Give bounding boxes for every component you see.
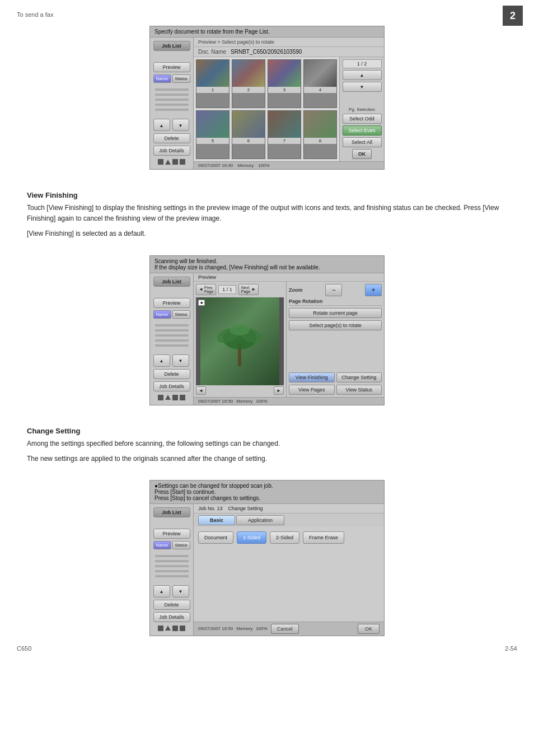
- panel2-job-details-btn[interactable]: Job Details: [153, 381, 190, 391]
- tab-application[interactable]: Application: [236, 515, 284, 525]
- panel2-top-msg1: Scanning will be finished.: [154, 258, 380, 264]
- panel3-job-details-btn[interactable]: Job Details: [153, 612, 190, 622]
- zoom-plus-btn[interactable]: [365, 284, 382, 296]
- panel2-job-list-btn[interactable]: Job List: [153, 277, 190, 287]
- panel3-cancel-btn[interactable]: Cancel: [271, 624, 299, 634]
- 1sided-btn[interactable]: 1-Sided: [237, 531, 266, 544]
- nav-down-btn[interactable]: [343, 82, 382, 92]
- page-num-7: 7: [268, 138, 301, 144]
- bottom-prev-btn[interactable]: [196, 386, 206, 395]
- page-thumb-7[interactable]: 7: [268, 110, 301, 159]
- zoom-row: Zoom: [289, 284, 382, 296]
- sidebar-down-arrow[interactable]: [172, 119, 189, 131]
- panel3-ok-btn[interactable]: OK: [358, 624, 380, 634]
- panel1-top-message: Specify document to rotate from the Page…: [150, 26, 384, 38]
- panel2-name-tab[interactable]: Name: [153, 310, 171, 319]
- panel2-top-msg2: If the display size is changed, [View Fi…: [154, 264, 380, 270]
- select-pages-to-rotate-btn[interactable]: Select page(s) to rotate: [289, 320, 382, 330]
- change-setting-btn[interactable]: Change Setting: [336, 372, 382, 382]
- preview-bottom-nav: [196, 386, 284, 395]
- zoom-label: Zoom: [289, 287, 303, 293]
- up-icon: [160, 122, 164, 128]
- sidebar-name-status-row: Name Status: [153, 74, 190, 83]
- p2-status-4: [180, 395, 185, 400]
- sidebar-lines: [155, 88, 189, 111]
- panel2-sidebar-down-arrow[interactable]: [172, 354, 189, 367]
- nav-up-btn[interactable]: [343, 70, 382, 80]
- thumb-img-1: [196, 60, 229, 87]
- panel3-top-line1: ●Settings can be changed for stopped sca…: [154, 483, 380, 489]
- panel3-sidebar-down-arrow[interactable]: [172, 585, 189, 598]
- sidebar-status-row: [156, 158, 188, 166]
- next-label: NextPage: [241, 286, 250, 293]
- prev-page-btn[interactable]: Prev.Page: [196, 284, 216, 295]
- sidebar-delete-btn[interactable]: Delete: [153, 133, 190, 143]
- sidebar-preview-btn[interactable]: Preview: [153, 62, 190, 72]
- select-odd-btn[interactable]: Select Odd: [343, 114, 382, 124]
- panel1-sidebar: Job List Preview Name Status: [150, 38, 194, 169]
- panel3-name-tab[interactable]: Name: [153, 541, 171, 549]
- panel3-status-tab[interactable]: Status: [172, 541, 190, 549]
- view-status-btn[interactable]: View Status: [336, 385, 382, 395]
- panel2-delete-btn[interactable]: Delete: [153, 369, 190, 379]
- page-num-8: 8: [304, 138, 336, 144]
- panel3-preview-btn[interactable]: Preview: [153, 529, 190, 539]
- panel3-sidebar-lines: [155, 555, 189, 577]
- page-thumb-2[interactable]: 2: [232, 59, 265, 108]
- panel3-job-no-value: 13: [217, 506, 223, 511]
- view-finishing-btn[interactable]: View Finishing: [289, 372, 335, 382]
- p3-status-2: [165, 626, 171, 631]
- status-indicator-2: [165, 160, 171, 165]
- bottom-next-btn[interactable]: [274, 386, 284, 395]
- page-num-2: 2: [232, 87, 265, 93]
- panel3-job-list-btn[interactable]: Job List: [153, 507, 190, 517]
- panel3-job-no-label: Job No.: [198, 506, 216, 511]
- section3-content: Change Setting Among the settings specif…: [17, 411, 517, 474]
- select-even-btn[interactable]: Select Even: [343, 125, 382, 136]
- page-thumb-8[interactable]: 8: [303, 110, 337, 159]
- select-all-btn[interactable]: Select All: [343, 137, 382, 147]
- 2sided-btn[interactable]: 2-Sided: [270, 531, 299, 544]
- page-thumb-5[interactable]: 5: [196, 110, 229, 159]
- panel2-status-tab[interactable]: Status: [172, 310, 190, 319]
- page-rotation-heading: Page Rotation: [289, 298, 382, 306]
- page-thumb-6[interactable]: 6: [232, 110, 265, 159]
- view-pages-btn[interactable]: View Pages: [289, 385, 335, 395]
- section3-body2: The new settings are applied to the orig…: [27, 454, 507, 464]
- page-thumb-1[interactable]: 1: [196, 59, 229, 108]
- sidebar-job-details-btn[interactable]: Job Details: [153, 146, 190, 156]
- page-thumb-4[interactable]: 4: [303, 59, 337, 108]
- page-thumb-3[interactable]: 3: [268, 59, 301, 108]
- panel2-preview-btn[interactable]: Preview: [153, 298, 190, 308]
- panel3-change-setting-label: Change Setting: [228, 506, 263, 511]
- sidebar-status-tab[interactable]: Status: [172, 74, 190, 83]
- section2-title: View Finishing: [27, 191, 507, 199]
- document-btn[interactable]: Document: [198, 531, 233, 544]
- frame-erase-btn[interactable]: Frame Erase: [303, 531, 344, 544]
- panel2-memory-label: Memory: [236, 399, 252, 404]
- panel2-sidebar-up-arrow[interactable]: [153, 354, 170, 367]
- panel1-sub-label: Preview > Select page(s) to rotate: [198, 39, 274, 45]
- panel2-sidebar-arrow-row: [153, 354, 190, 367]
- next-page-btn[interactable]: NextPage: [238, 284, 259, 295]
- panel3-sidebar-up-arrow[interactable]: [153, 585, 170, 598]
- section2-body1: Touch [View Finishing] to display the fi…: [27, 203, 507, 224]
- panel3-sidebar-arrow-row: [153, 585, 190, 598]
- tab-basic[interactable]: Basic: [198, 515, 235, 525]
- page-number-badge: 2: [503, 6, 523, 26]
- panel2-timestamp: 09/27/2007 16:50: [198, 399, 233, 404]
- panel1-doc-name-row: Doc. Name SRNBT_C650/20926103590: [194, 47, 384, 57]
- sidebar-up-arrow[interactable]: [153, 119, 170, 131]
- panel3-main-area: Job No. 13 Change Setting Basic Applicat…: [194, 504, 384, 636]
- right-arrow-icon: [251, 287, 256, 292]
- zoom-minus-btn[interactable]: [325, 284, 342, 296]
- sidebar-name-tab[interactable]: Name: [153, 74, 171, 83]
- panel2-status-row: [156, 394, 188, 402]
- panel1-ok-btn[interactable]: OK: [352, 149, 372, 159]
- panel3-delete-btn[interactable]: Delete: [153, 600, 190, 610]
- panel1-grid-container: 1 2 3 4: [194, 57, 384, 161]
- p3-status-1: [158, 626, 163, 631]
- panel1-memory-label: Memory: [237, 163, 254, 168]
- rotate-current-btn[interactable]: Rotate current page: [289, 308, 382, 318]
- sidebar-job-list-btn[interactable]: Job List: [153, 41, 190, 51]
